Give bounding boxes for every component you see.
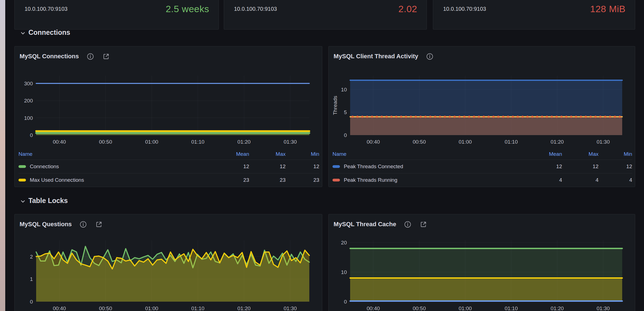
external-link-icon[interactable] (102, 53, 110, 60)
panel-title[interactable]: MySQL Questions (20, 221, 72, 228)
series-point (512, 116, 514, 118)
series-point (517, 116, 519, 118)
series-point (361, 116, 363, 118)
panel-header-icons (87, 53, 110, 60)
series-point (599, 116, 602, 118)
mysql-connections-legend: NameMeanMaxMinConnections121212Max Used … (15, 149, 322, 187)
panel-mysql-client-thread-activity: MySQL Client Thread Activity 051000:4000… (328, 46, 635, 187)
series-point (395, 116, 397, 118)
x-tick-label: 00:50 (413, 305, 426, 311)
series-color-pill (332, 179, 340, 181)
legend-max-value: 23 (249, 177, 286, 183)
series-point (454, 116, 456, 118)
series-point (434, 116, 436, 118)
legend-col-name[interactable]: Name (18, 151, 208, 157)
x-tick-label: 00:40 (53, 305, 66, 311)
series-point (356, 116, 358, 118)
y-tick-label: 2 (30, 254, 33, 260)
stat-value: 2.02 (398, 4, 417, 14)
series-point (415, 116, 417, 118)
y-tick-label: 20 (341, 240, 347, 246)
series-point (478, 116, 480, 118)
stat-label: 10.0.100.70:9103 (443, 6, 486, 12)
y-tick-label: 200 (24, 98, 33, 104)
series-point (458, 116, 461, 118)
legend-row: Max Used Connections232323 (18, 173, 319, 187)
mysql-questions-chart[interactable]: 01200:4000:5001:0001:1001:2001:30 (15, 232, 322, 311)
x-tick-label: 01:10 (191, 305, 204, 311)
stat-label: 10.0.100.70:9103 (25, 6, 68, 12)
y-tick-label: 10 (341, 87, 347, 93)
series-point (449, 116, 451, 118)
mysql-connections-chart[interactable]: 010020030000:4000:5001:0001:1001:2001:30 (15, 64, 322, 149)
legend-row: Peak Threads Running444 (332, 173, 632, 187)
x-tick-label: 01:00 (459, 139, 472, 145)
external-link-icon[interactable] (95, 221, 103, 228)
legend-col-min[interactable]: Min (598, 151, 632, 157)
section-row-connections[interactable]: Connections (20, 28, 70, 36)
panel-mysql-connections: MySQL Connections 010020030000:4000:5001… (14, 46, 322, 187)
series-point (385, 116, 388, 118)
legend-col-name[interactable]: Name (332, 151, 521, 157)
x-tick-label: 01:10 (505, 139, 518, 145)
external-link-icon[interactable] (420, 221, 427, 228)
x-tick-label: 01:20 (551, 139, 564, 145)
legend-col-max[interactable]: Max (249, 151, 286, 157)
panel-title[interactable]: MySQL Connections (20, 53, 79, 60)
series-point (444, 116, 446, 118)
series-point (492, 116, 494, 118)
x-tick-label: 01:10 (505, 305, 518, 311)
x-tick-label: 01:00 (459, 305, 472, 311)
series-point (619, 116, 621, 118)
x-tick-label: 01:20 (238, 305, 251, 311)
panel-title[interactable]: MySQL Client Thread Activity (334, 53, 418, 60)
info-icon[interactable] (79, 221, 87, 228)
legend-col-max[interactable]: Max (562, 151, 598, 157)
mysql-thread-cache-chart[interactable]: 0102000:4000:5001:0001:1001:2001:30 (329, 232, 635, 311)
series-point (594, 116, 597, 118)
info-icon[interactable] (404, 221, 411, 228)
y-tick-label: 100 (24, 115, 33, 121)
x-tick-label: 01:10 (191, 139, 204, 145)
legend-col-mean[interactable]: Mean (208, 151, 249, 157)
legend-series-name[interactable]: Peak Threads Running (344, 177, 397, 183)
grafana-mysql-dashboard: { "colors":{"background":"#111217","pane… (0, 0, 644, 311)
stat-label: 10.0.100.70:9103 (234, 6, 277, 12)
series-point (473, 116, 475, 118)
section-row-table-locks[interactable]: Table Locks (20, 197, 68, 205)
legend-header-row: NameMeanMaxMin (18, 149, 319, 160)
panel-mysql-thread-cache: MySQL Thread Cache 0102000:4000:5001:000… (328, 214, 635, 311)
legend-col-mean[interactable]: Mean (521, 151, 562, 157)
info-icon[interactable] (87, 53, 94, 60)
legend-min-value: 23 (286, 177, 319, 183)
x-tick-label: 00:40 (367, 139, 380, 145)
series-point (565, 116, 568, 118)
legend-series-name[interactable]: Max Used Connections (30, 177, 84, 183)
legend-series-name[interactable]: Connections (30, 164, 59, 170)
series-point (400, 116, 402, 118)
series-point (536, 116, 538, 118)
series-point (570, 116, 572, 118)
series-point (555, 116, 558, 118)
x-tick-label: 00:40 (53, 139, 66, 145)
legend-col-min[interactable]: Min (286, 151, 319, 157)
series-point (352, 116, 354, 118)
series-point (376, 116, 378, 118)
x-tick-label: 01:30 (597, 139, 610, 145)
y-tick-label: 300 (24, 81, 33, 86)
series-point (604, 116, 606, 118)
series-point (390, 116, 393, 118)
chart-svg: 01200:4000:5001:0001:1001:2001:30 (15, 232, 322, 311)
y-axis-label: Threads (332, 96, 338, 115)
panel-title[interactable]: MySQL Thread Cache (334, 221, 396, 228)
legend-series-name[interactable]: Peak Threads Connected (344, 164, 403, 170)
panel-mysql-questions: MySQL Questions 01200:4000:5001:0001:100… (14, 214, 322, 311)
stat-value: 128 MiB (590, 4, 626, 14)
legend-max-value: 12 (562, 164, 598, 170)
series-point (521, 116, 524, 118)
y-tick-label: 0 (30, 132, 33, 138)
legend-max-value: 12 (249, 164, 286, 170)
mysql-client-thread-activity-chart[interactable]: 051000:4000:5001:0001:1001:2001:30Thread… (329, 64, 635, 149)
x-tick-label: 01:30 (284, 305, 297, 311)
info-icon[interactable] (426, 53, 433, 60)
